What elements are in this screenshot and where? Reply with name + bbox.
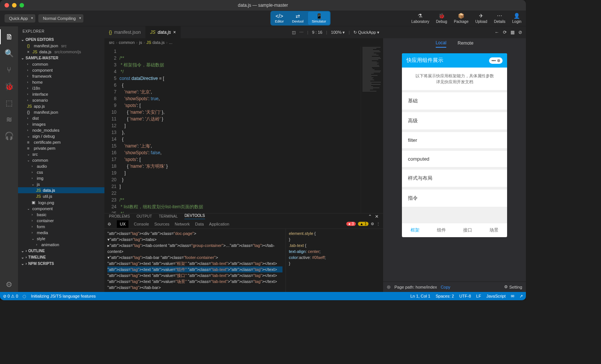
folder-item[interactable]: ›dist (18, 115, 104, 121)
status-item[interactable]: UTF-8 (459, 294, 471, 299)
folder-item[interactable]: ⌄style (18, 236, 104, 242)
dt-tab-data[interactable]: Data (195, 222, 204, 226)
copy-button[interactable]: Copy (441, 285, 450, 289)
status-problems[interactable]: ⊘ 0 ⚠ 0 (3, 294, 18, 299)
list-item[interactable]: filter (402, 132, 507, 149)
tool-simulator[interactable]: 📱Simulator (308, 12, 330, 25)
folder-item[interactable]: ›form (18, 224, 104, 230)
folder-item[interactable]: ›scenario (18, 97, 104, 103)
tool-package[interactable]: 📦Package (454, 13, 468, 24)
folder-item[interactable]: ›css (18, 169, 104, 175)
panel-tab-output[interactable]: OUTPUT (137, 214, 152, 218)
footer-tab[interactable]: 组件 (428, 223, 455, 237)
footer-tab[interactable]: 场景 (481, 223, 507, 237)
phone-screen[interactable]: 快应用组件展示 ••• ⊗ 以下将展示快应用框架能力，具体属性参数 详见快应用开… (402, 53, 507, 237)
devtools-styles[interactable]: element.style {}.tab-text { text-align: … (285, 229, 383, 292)
files-icon[interactable]: 🗎 (0, 29, 18, 44)
folder-item[interactable]: ⌄js (18, 181, 104, 187)
footer-tab[interactable]: 框架 (402, 223, 428, 237)
dt-tab-network[interactable]: Network (175, 222, 190, 226)
tool-debug[interactable]: 🐞Debug (436, 13, 447, 24)
folder-item[interactable]: ⌄src (18, 151, 104, 157)
file-item[interactable]: JS data.js (18, 187, 104, 193)
editor-tab[interactable]: {}manifest.json (104, 26, 146, 38)
section-timeline[interactable]: ›TIMELINE (18, 254, 104, 260)
open-editor-item[interactable]: ×JS data.jssrc/common/js (18, 49, 104, 55)
maximize-icon[interactable] (20, 3, 24, 8)
folder-item[interactable]: ›common (18, 61, 104, 67)
folder-item[interactable]: ›audio (18, 163, 104, 169)
tool-details[interactable]: ⋯Details (494, 13, 506, 24)
app-type-dropdown[interactable]: Quick App (5, 14, 35, 23)
folder-item[interactable]: ›basic (18, 212, 104, 218)
panel-tab-devtools[interactable]: DEVTOOLS (184, 214, 205, 219)
devtools-dom[interactable]: "attr">class="tag"><div "attr">class="do… (104, 229, 285, 292)
list-item[interactable]: 高级 (402, 112, 507, 130)
tool-upload[interactable]: ✈Upload (475, 13, 487, 24)
panel-close-icon[interactable]: ✕ (375, 214, 379, 219)
device-select[interactable]: ↻ QuickApp ▾ (353, 30, 379, 35)
folder-item[interactable]: ⌄sign / debug (18, 133, 104, 139)
project-section[interactable]: SAMPLE-MASTER (18, 55, 104, 61)
folder-item[interactable]: ›framework (18, 73, 104, 79)
folder-item[interactable]: ›images (18, 121, 104, 127)
open-editor-item[interactable]: {} manifest.jsonsrc (18, 43, 104, 49)
tool-laboratory[interactable]: ⚗Laboratory (411, 13, 429, 24)
extensions-icon[interactable]: ⬚ (0, 95, 18, 110)
warn-badge[interactable]: ▲ 1 (358, 222, 368, 226)
breadcrumb[interactable]: src › common › js › JS data.js › ... (104, 38, 383, 47)
zoom-level[interactable]: 100% ▾ (331, 30, 345, 35)
back-icon[interactable]: ← (495, 30, 499, 35)
folder-item[interactable]: ›home (18, 79, 104, 85)
editor-tab[interactable]: JSdata.js× (146, 26, 181, 38)
stop-icon[interactable]: ⊘ (518, 30, 522, 35)
more-icon[interactable]: ⋮ (376, 222, 380, 226)
folder-item[interactable]: ›animation (18, 242, 104, 248)
inspect-icon[interactable]: ⯐ (107, 222, 112, 226)
file-item[interactable]: JS app.js (18, 103, 104, 109)
sim-tab-local[interactable]: Local (436, 40, 447, 48)
folder-item[interactable]: ›interface (18, 91, 104, 97)
sim-tab-remote[interactable]: Remote (458, 41, 473, 47)
list-item[interactable]: 样式与布局 (402, 170, 507, 187)
file-item[interactable]: {} manifest.json (18, 109, 104, 115)
list-item[interactable]: computed (402, 151, 507, 167)
debug-icon[interactable]: 🐞 (0, 79, 18, 94)
open-editors-section[interactable]: OPEN EDITORS (18, 36, 104, 43)
status-item[interactable]: JavaScript (486, 294, 506, 299)
source-control-icon[interactable]: ⑂ (0, 62, 18, 77)
minimize-icon[interactable] (12, 3, 17, 8)
search-icon[interactable]: 🔍 (0, 46, 18, 61)
status-item[interactable]: Ln 1, Col 1 (411, 294, 430, 299)
minimap[interactable] (361, 47, 383, 213)
settings-icon[interactable]: ⚙ (0, 277, 18, 292)
file-item[interactable]: ▣ logo.png (18, 199, 104, 206)
status-item[interactable]: Spaces: 2 (436, 294, 454, 299)
refresh-icon[interactable]: ⟳ (503, 30, 507, 35)
setting-button[interactable]: ⚙Setting (504, 284, 522, 289)
status-item[interactable]: ✉ (511, 294, 514, 299)
list-item[interactable]: 基础 (402, 92, 507, 110)
close-icon[interactable]: × (173, 30, 176, 35)
tool-editor[interactable]: </>Editor (271, 12, 288, 25)
code-editor[interactable]: 1234567891011121314151617181920212223242… (104, 47, 383, 213)
folder-item[interactable]: ›node_modules (18, 127, 104, 133)
tool-login[interactable]: 👤Login (512, 13, 521, 24)
file-item[interactable]: JS util.js (18, 193, 104, 199)
layers-icon[interactable]: ≋ (0, 112, 18, 127)
dt-tab-ux[interactable]: UX (117, 220, 128, 228)
panel-collapse-icon[interactable]: ⌃ (368, 214, 372, 219)
folder-item[interactable]: ›component (18, 67, 104, 73)
header-menu-icon[interactable]: ••• ⊗ (489, 57, 503, 64)
dt-tab-application[interactable]: Application (209, 222, 230, 226)
split-icon[interactable]: ◫ (292, 30, 296, 35)
qr-icon[interactable]: ▦ (510, 30, 515, 35)
more-icon[interactable]: ⋯ (299, 30, 304, 35)
folder-item[interactable]: ⌄component (18, 206, 104, 212)
folder-item[interactable]: ›i18n (18, 85, 104, 91)
close-icon[interactable] (5, 3, 9, 8)
dt-tab-sources[interactable]: Sources (154, 222, 169, 226)
folder-item[interactable]: ›media (18, 230, 104, 236)
list-item[interactable]: 指令 (402, 190, 507, 207)
status-item[interactable]: ↗ (519, 294, 523, 299)
